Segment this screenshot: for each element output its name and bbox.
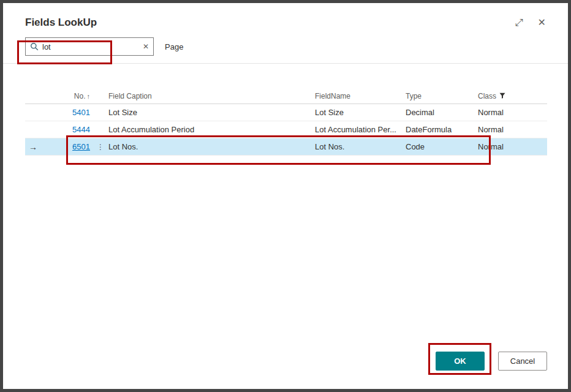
table-row[interactable]: 5401 Lot Size Lot Size Decimal Normal <box>25 104 547 121</box>
clear-search-icon[interactable]: ✕ <box>139 43 149 50</box>
cell-class: Normal <box>478 142 547 151</box>
cell-fieldname: Lot Nos. <box>315 142 406 151</box>
sort-ascending-icon: ↑ <box>87 92 91 100</box>
cell-field-caption: Lot Accumulation Period <box>108 125 315 134</box>
fields-lookup-dialog: Fields LookUp ⤢ ✕ ✕ Page No. ↑ <box>3 3 568 389</box>
dialog-footer: OK Cancel <box>436 352 547 371</box>
cell-type: Code <box>406 142 478 151</box>
cell-fieldname: Lot Size <box>315 108 406 117</box>
column-header-no[interactable]: No. ↑ <box>68 92 93 100</box>
search-scope-label: Page <box>165 42 183 51</box>
row-no-link[interactable]: 5401 <box>72 108 90 117</box>
cell-class: Normal <box>478 125 547 134</box>
row-no-link[interactable]: 5444 <box>72 125 90 134</box>
filter-icon <box>499 92 505 100</box>
cell-type: Decimal <box>406 108 478 117</box>
table-row-selected[interactable]: → 6501 ⋮ Lot Nos. Lot Nos. Code Normal <box>25 138 547 156</box>
titlebar-icons: ⤢ ✕ <box>515 18 546 28</box>
row-no-link[interactable]: 6501 <box>72 142 90 151</box>
search-input[interactable] <box>42 42 139 51</box>
close-icon[interactable]: ✕ <box>538 18 546 28</box>
resize-icon[interactable]: ⤢ <box>515 18 523 28</box>
column-header-type[interactable]: Type <box>406 92 478 100</box>
cell-type: DateFormula <box>406 125 478 134</box>
search-input-container[interactable]: ✕ <box>25 37 154 56</box>
cell-class: Normal <box>478 108 547 117</box>
search-row: ✕ Page <box>3 37 568 64</box>
column-header-no-label: No. <box>74 92 86 100</box>
search-icon <box>30 42 39 51</box>
column-header-fieldname[interactable]: FieldName <box>315 92 406 100</box>
selected-row-pointer-icon: → <box>25 142 68 152</box>
fields-table: No. ↑ Field Caption FieldName Type Class… <box>25 88 547 156</box>
dialog-title: Fields LookUp <box>25 17 97 29</box>
column-header-class-label: Class <box>478 92 496 100</box>
cell-field-caption: Lot Size <box>108 108 315 117</box>
ok-button[interactable]: OK <box>436 352 485 371</box>
cell-field-caption: Lot Nos. <box>108 142 315 151</box>
column-header-class[interactable]: Class <box>478 92 547 100</box>
cancel-button[interactable]: Cancel <box>498 352 547 371</box>
dialog-titlebar: Fields LookUp ⤢ ✕ <box>3 3 568 29</box>
row-menu-icon[interactable]: ⋮ <box>93 143 108 151</box>
cell-fieldname: Lot Accumulation Per... <box>315 125 406 134</box>
table-header-row: No. ↑ Field Caption FieldName Type Class <box>25 88 547 104</box>
column-header-field-caption[interactable]: Field Caption <box>108 92 315 100</box>
table-row[interactable]: 5444 Lot Accumulation Period Lot Accumul… <box>25 121 547 138</box>
